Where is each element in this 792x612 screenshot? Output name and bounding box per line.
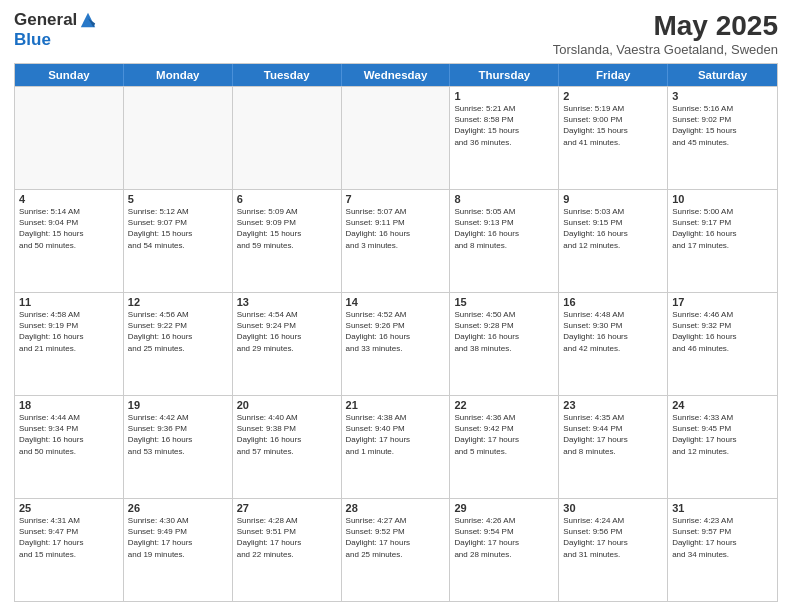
calendar-cell: 25Sunrise: 4:31 AM Sunset: 9:47 PM Dayli… <box>15 499 124 601</box>
day-number: 10 <box>672 193 773 205</box>
page-header: General Blue May 2025 Torslanda, Vaestra… <box>14 10 778 57</box>
day-info: Sunrise: 4:38 AM Sunset: 9:40 PM Dayligh… <box>346 412 446 457</box>
calendar-cell: 30Sunrise: 4:24 AM Sunset: 9:56 PM Dayli… <box>559 499 668 601</box>
day-info: Sunrise: 5:03 AM Sunset: 9:15 PM Dayligh… <box>563 206 663 251</box>
calendar-cell: 14Sunrise: 4:52 AM Sunset: 9:26 PM Dayli… <box>342 293 451 395</box>
page-subtitle: Torslanda, Vaestra Goetaland, Sweden <box>553 42 778 57</box>
day-info: Sunrise: 4:31 AM Sunset: 9:47 PM Dayligh… <box>19 515 119 560</box>
calendar-cell: 4Sunrise: 5:14 AM Sunset: 9:04 PM Daylig… <box>15 190 124 292</box>
day-info: Sunrise: 5:16 AM Sunset: 9:02 PM Dayligh… <box>672 103 773 148</box>
day-info: Sunrise: 4:30 AM Sunset: 9:49 PM Dayligh… <box>128 515 228 560</box>
logo-blue-text: Blue <box>14 30 51 50</box>
day-number: 14 <box>346 296 446 308</box>
day-number: 15 <box>454 296 554 308</box>
day-number: 13 <box>237 296 337 308</box>
calendar-row-5: 25Sunrise: 4:31 AM Sunset: 9:47 PM Dayli… <box>15 498 777 601</box>
day-number: 2 <box>563 90 663 102</box>
day-number: 11 <box>19 296 119 308</box>
day-number: 3 <box>672 90 773 102</box>
day-info: Sunrise: 4:44 AM Sunset: 9:34 PM Dayligh… <box>19 412 119 457</box>
day-number: 18 <box>19 399 119 411</box>
calendar-cell <box>15 87 124 189</box>
calendar-cell: 9Sunrise: 5:03 AM Sunset: 9:15 PM Daylig… <box>559 190 668 292</box>
day-number: 19 <box>128 399 228 411</box>
day-info: Sunrise: 4:35 AM Sunset: 9:44 PM Dayligh… <box>563 412 663 457</box>
day-info: Sunrise: 5:00 AM Sunset: 9:17 PM Dayligh… <box>672 206 773 251</box>
day-number: 21 <box>346 399 446 411</box>
calendar-cell: 16Sunrise: 4:48 AM Sunset: 9:30 PM Dayli… <box>559 293 668 395</box>
day-info: Sunrise: 5:12 AM Sunset: 9:07 PM Dayligh… <box>128 206 228 251</box>
calendar-cell: 27Sunrise: 4:28 AM Sunset: 9:51 PM Dayli… <box>233 499 342 601</box>
calendar-cell <box>233 87 342 189</box>
header-day-thursday: Thursday <box>450 64 559 86</box>
calendar-cell: 20Sunrise: 4:40 AM Sunset: 9:38 PM Dayli… <box>233 396 342 498</box>
calendar-cell: 24Sunrise: 4:33 AM Sunset: 9:45 PM Dayli… <box>668 396 777 498</box>
day-number: 27 <box>237 502 337 514</box>
day-number: 1 <box>454 90 554 102</box>
header-day-saturday: Saturday <box>668 64 777 86</box>
calendar-header: SundayMondayTuesdayWednesdayThursdayFrid… <box>15 64 777 86</box>
logo-icon <box>79 11 97 29</box>
day-number: 5 <box>128 193 228 205</box>
calendar-cell: 26Sunrise: 4:30 AM Sunset: 9:49 PM Dayli… <box>124 499 233 601</box>
calendar: SundayMondayTuesdayWednesdayThursdayFrid… <box>14 63 778 602</box>
calendar-cell: 22Sunrise: 4:36 AM Sunset: 9:42 PM Dayli… <box>450 396 559 498</box>
calendar-row-1: 1Sunrise: 5:21 AM Sunset: 8:58 PM Daylig… <box>15 86 777 189</box>
page-title: May 2025 <box>553 10 778 42</box>
day-info: Sunrise: 4:54 AM Sunset: 9:24 PM Dayligh… <box>237 309 337 354</box>
calendar-cell: 18Sunrise: 4:44 AM Sunset: 9:34 PM Dayli… <box>15 396 124 498</box>
calendar-row-3: 11Sunrise: 4:58 AM Sunset: 9:19 PM Dayli… <box>15 292 777 395</box>
day-info: Sunrise: 5:07 AM Sunset: 9:11 PM Dayligh… <box>346 206 446 251</box>
calendar-cell: 2Sunrise: 5:19 AM Sunset: 9:00 PM Daylig… <box>559 87 668 189</box>
day-info: Sunrise: 4:42 AM Sunset: 9:36 PM Dayligh… <box>128 412 228 457</box>
calendar-cell: 6Sunrise: 5:09 AM Sunset: 9:09 PM Daylig… <box>233 190 342 292</box>
day-number: 8 <box>454 193 554 205</box>
calendar-cell: 28Sunrise: 4:27 AM Sunset: 9:52 PM Dayli… <box>342 499 451 601</box>
day-number: 7 <box>346 193 446 205</box>
day-info: Sunrise: 4:52 AM Sunset: 9:26 PM Dayligh… <box>346 309 446 354</box>
day-info: Sunrise: 4:36 AM Sunset: 9:42 PM Dayligh… <box>454 412 554 457</box>
calendar-cell: 15Sunrise: 4:50 AM Sunset: 9:28 PM Dayli… <box>450 293 559 395</box>
day-info: Sunrise: 4:23 AM Sunset: 9:57 PM Dayligh… <box>672 515 773 560</box>
day-number: 24 <box>672 399 773 411</box>
day-info: Sunrise: 4:46 AM Sunset: 9:32 PM Dayligh… <box>672 309 773 354</box>
day-number: 25 <box>19 502 119 514</box>
day-info: Sunrise: 4:24 AM Sunset: 9:56 PM Dayligh… <box>563 515 663 560</box>
day-number: 26 <box>128 502 228 514</box>
calendar-cell: 3Sunrise: 5:16 AM Sunset: 9:02 PM Daylig… <box>668 87 777 189</box>
day-info: Sunrise: 4:26 AM Sunset: 9:54 PM Dayligh… <box>454 515 554 560</box>
day-number: 29 <box>454 502 554 514</box>
day-number: 12 <box>128 296 228 308</box>
calendar-cell: 11Sunrise: 4:58 AM Sunset: 9:19 PM Dayli… <box>15 293 124 395</box>
day-info: Sunrise: 4:27 AM Sunset: 9:52 PM Dayligh… <box>346 515 446 560</box>
calendar-cell: 23Sunrise: 4:35 AM Sunset: 9:44 PM Dayli… <box>559 396 668 498</box>
day-info: Sunrise: 4:50 AM Sunset: 9:28 PM Dayligh… <box>454 309 554 354</box>
day-number: 4 <box>19 193 119 205</box>
calendar-cell: 19Sunrise: 4:42 AM Sunset: 9:36 PM Dayli… <box>124 396 233 498</box>
calendar-row-4: 18Sunrise: 4:44 AM Sunset: 9:34 PM Dayli… <box>15 395 777 498</box>
day-info: Sunrise: 4:58 AM Sunset: 9:19 PM Dayligh… <box>19 309 119 354</box>
header-day-monday: Monday <box>124 64 233 86</box>
day-number: 16 <box>563 296 663 308</box>
header-day-friday: Friday <box>559 64 668 86</box>
logo-general-text: General <box>14 10 77 30</box>
calendar-cell: 21Sunrise: 4:38 AM Sunset: 9:40 PM Dayli… <box>342 396 451 498</box>
day-info: Sunrise: 4:40 AM Sunset: 9:38 PM Dayligh… <box>237 412 337 457</box>
day-number: 22 <box>454 399 554 411</box>
day-number: 6 <box>237 193 337 205</box>
header-day-sunday: Sunday <box>15 64 124 86</box>
day-number: 30 <box>563 502 663 514</box>
day-info: Sunrise: 4:28 AM Sunset: 9:51 PM Dayligh… <box>237 515 337 560</box>
calendar-cell: 31Sunrise: 4:23 AM Sunset: 9:57 PM Dayli… <box>668 499 777 601</box>
day-info: Sunrise: 5:19 AM Sunset: 9:00 PM Dayligh… <box>563 103 663 148</box>
logo: General Blue <box>14 10 97 50</box>
calendar-cell: 13Sunrise: 4:54 AM Sunset: 9:24 PM Dayli… <box>233 293 342 395</box>
day-info: Sunrise: 5:21 AM Sunset: 8:58 PM Dayligh… <box>454 103 554 148</box>
calendar-cell: 10Sunrise: 5:00 AM Sunset: 9:17 PM Dayli… <box>668 190 777 292</box>
title-section: May 2025 Torslanda, Vaestra Goetaland, S… <box>553 10 778 57</box>
calendar-cell: 8Sunrise: 5:05 AM Sunset: 9:13 PM Daylig… <box>450 190 559 292</box>
day-info: Sunrise: 4:56 AM Sunset: 9:22 PM Dayligh… <box>128 309 228 354</box>
calendar-cell: 12Sunrise: 4:56 AM Sunset: 9:22 PM Dayli… <box>124 293 233 395</box>
day-info: Sunrise: 4:33 AM Sunset: 9:45 PM Dayligh… <box>672 412 773 457</box>
calendar-cell <box>124 87 233 189</box>
